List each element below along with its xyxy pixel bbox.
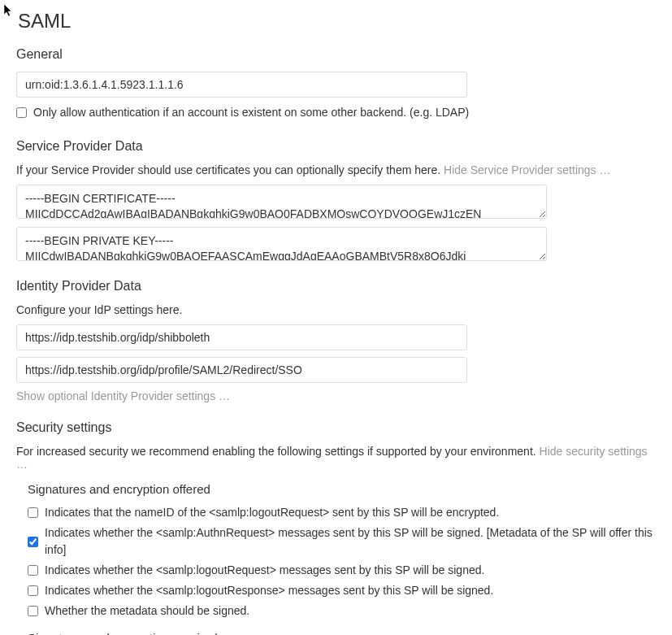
security-offered-block: Signatures and encryption offered Indica… xyxy=(28,482,656,620)
security-checkbox-label: Indicates that the nameID of the <samlp:… xyxy=(45,504,499,521)
security-checkbox-row: Indicates that the nameID of the <samlp:… xyxy=(28,504,656,521)
security-title: Security settings xyxy=(16,420,656,435)
page-title: SAML xyxy=(18,10,656,33)
security-offered-title: Signatures and encryption offered xyxy=(28,482,656,496)
security-checkbox[interactable] xyxy=(28,507,38,518)
uid-mapping-input[interactable] xyxy=(16,72,467,98)
security-checkbox-label: Indicates whether the <samlp:logoutReque… xyxy=(45,562,484,579)
idp-helper: Configure your IdP settings here. xyxy=(16,303,656,316)
sp-cert-textarea[interactable] xyxy=(16,185,547,219)
security-checkbox-label: Indicates whether the <samlp:logoutRespo… xyxy=(45,582,493,599)
security-helper: For increased security we recommend enab… xyxy=(16,445,656,471)
security-checkbox[interactable] xyxy=(28,537,38,547)
security-checkbox-row: Indicates whether the <samlp:logoutReque… xyxy=(28,562,656,579)
general-title: General xyxy=(16,47,656,62)
security-required-block: Signatures and encryption required Indic… xyxy=(28,631,656,635)
sp-title: Service Provider Data xyxy=(16,139,656,154)
security-checkbox-label: Whether the metadata should be signed. xyxy=(45,602,249,620)
security-checkbox-label: Indicates whether the <samlp:AuthnReques… xyxy=(45,524,656,559)
security-checkbox[interactable] xyxy=(28,565,38,576)
section-idp: Identity Provider Data Configure your Id… xyxy=(16,279,656,402)
cursor-icon xyxy=(3,3,15,18)
sp-helper: If your Service Provider should use cert… xyxy=(16,163,656,176)
only-allow-label: Only allow authentication if an account … xyxy=(33,104,469,121)
security-checkbox-row: Indicates whether the <samlp:logoutRespo… xyxy=(28,582,656,599)
idp-title: Identity Provider Data xyxy=(16,279,656,294)
idp-sso-url-input[interactable] xyxy=(16,357,467,383)
show-idp-settings-link[interactable]: Show optional Identity Provider settings… xyxy=(16,389,230,402)
sp-key-textarea[interactable] xyxy=(16,227,547,261)
only-allow-checkbox[interactable] xyxy=(16,107,27,118)
security-offered-list: Indicates that the nameID of the <samlp:… xyxy=(28,504,656,620)
security-required-title: Signatures and encryption required xyxy=(28,631,656,635)
security-checkbox[interactable] xyxy=(28,585,38,596)
section-security: Security settings For increased security… xyxy=(16,420,656,635)
section-general: General Only allow authentication if an … xyxy=(16,47,656,121)
idp-entity-id-input[interactable] xyxy=(16,324,467,350)
hide-sp-settings-link[interactable]: Hide Service Provider settings … xyxy=(444,163,610,176)
security-checkbox-row: Indicates whether the <samlp:AuthnReques… xyxy=(28,524,656,559)
security-checkbox-row: Whether the metadata should be signed. xyxy=(28,602,656,620)
section-sp: Service Provider Data If your Service Pr… xyxy=(16,139,656,261)
security-checkbox[interactable] xyxy=(28,606,38,616)
